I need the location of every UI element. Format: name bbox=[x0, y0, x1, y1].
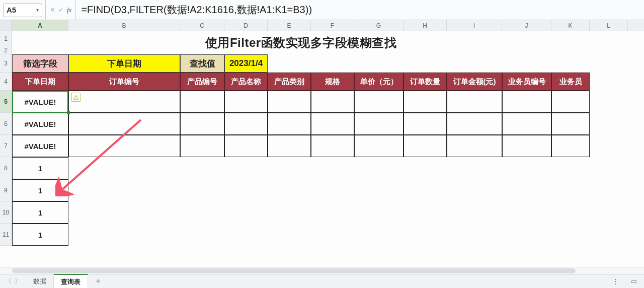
th-product-no: 产品编号 bbox=[180, 73, 224, 91]
col-header-F[interactable]: F bbox=[311, 20, 354, 31]
tab-bar-more-icon[interactable]: ⋮ bbox=[612, 277, 620, 285]
row-header-2[interactable]: 2 bbox=[0, 46, 12, 54]
th-sales-name: 业务员 bbox=[551, 73, 590, 91]
add-sheet-button[interactable]: ＋ bbox=[88, 276, 108, 286]
cell-K5[interactable] bbox=[551, 91, 590, 113]
name-box-cell-ref: A5 bbox=[7, 6, 16, 14]
th-unit-price: 单价（元） bbox=[354, 73, 404, 91]
th-sales-no: 业务员编号 bbox=[502, 73, 551, 91]
table-header-row: 下单日期 订单编号 产品编号 产品名称 产品类别 规格 单价（元） 订单数量 订… bbox=[12, 73, 590, 91]
cell-A10[interactable]: 1 bbox=[12, 201, 68, 224]
title-text: 使用Filter函数实现多字段模糊查找 bbox=[205, 35, 396, 51]
chevron-down-icon: ▾ bbox=[36, 7, 39, 13]
page-title: 使用Filter函数实现多字段模糊查找 bbox=[12, 31, 590, 54]
col-header-J[interactable]: J bbox=[502, 20, 551, 31]
table-row: 1 bbox=[12, 201, 590, 224]
cell-A7[interactable]: #VALUE! bbox=[12, 135, 68, 157]
name-box[interactable]: A5 ▾ bbox=[3, 3, 42, 17]
cell-B5[interactable] bbox=[68, 91, 180, 113]
horizontal-scrollbar[interactable] bbox=[0, 267, 644, 274]
sheet-tab-bar: 〈 〉 数据 查询表 ＋ ⋮ ▭ bbox=[0, 274, 644, 288]
row-header-10[interactable]: 10 bbox=[0, 201, 12, 224]
col-header-A[interactable]: A bbox=[12, 20, 68, 31]
table-row: 1 bbox=[12, 157, 590, 179]
row-header-3[interactable]: 3 bbox=[0, 54, 12, 73]
column-header-row: A B C D E F G H I J K L bbox=[0, 20, 644, 31]
th-category: 产品类别 bbox=[268, 73, 311, 91]
accept-formula-icon[interactable]: ✓ bbox=[58, 6, 64, 14]
cell-A6[interactable]: #VALUE! bbox=[12, 113, 68, 135]
fx-icon[interactable]: fx bbox=[67, 6, 71, 14]
sheet-tab-data[interactable]: 数据 bbox=[26, 274, 54, 288]
cell-F5[interactable] bbox=[311, 91, 354, 113]
error-warning-icon[interactable]: ⚠ bbox=[71, 93, 80, 102]
th-amount: 订单金额(元) bbox=[447, 73, 502, 91]
cell-A9[interactable]: 1 bbox=[12, 179, 68, 201]
table-row: 1 bbox=[12, 179, 590, 201]
cell-A8[interactable]: 1 bbox=[12, 157, 68, 179]
table-row: #VALUE! bbox=[12, 113, 590, 135]
row-header-col: 1 2 3 4 5 6 7 8 9 10 11 bbox=[0, 31, 12, 246]
col-header-L[interactable]: L bbox=[590, 20, 628, 31]
th-order-date: 下单日期 bbox=[12, 73, 68, 91]
sheet-tab-query[interactable]: 查询表 bbox=[54, 274, 88, 288]
cell-H5[interactable] bbox=[404, 91, 447, 113]
col-header-E[interactable]: E bbox=[268, 20, 311, 31]
table-row: 1 bbox=[12, 224, 590, 246]
th-product-name: 产品名称 bbox=[224, 73, 268, 91]
criteria-search-label: 查找值 bbox=[180, 54, 224, 73]
formula-text: =FIND(D3,FILTER(数据!A2:K1616,数据!A1:K1=B3)… bbox=[81, 3, 312, 17]
cell-E5[interactable] bbox=[268, 91, 311, 113]
col-header-K[interactable]: K bbox=[551, 20, 590, 31]
th-qty: 订单数量 bbox=[404, 73, 447, 91]
col-header-G[interactable]: G bbox=[354, 20, 404, 31]
table-row: #VALUE! bbox=[12, 135, 590, 157]
criteria-field-value[interactable]: 下单日期 bbox=[68, 54, 180, 73]
criteria-field-label: 筛选字段 bbox=[12, 54, 68, 73]
th-spec: 规格 bbox=[311, 73, 354, 91]
th-order-no: 订单编号 bbox=[68, 73, 180, 91]
select-all-corner[interactable] bbox=[0, 20, 12, 31]
cell-I5[interactable] bbox=[447, 91, 502, 113]
cell-C5[interactable] bbox=[180, 91, 224, 113]
col-header-C[interactable]: C bbox=[180, 20, 224, 31]
row-header-6[interactable]: 6 bbox=[0, 113, 12, 135]
tab-nav-next-icon[interactable]: 〉 bbox=[15, 277, 21, 286]
cell-J5[interactable] bbox=[502, 91, 551, 113]
tab-bar-settings-icon[interactable]: ▭ bbox=[631, 277, 637, 285]
row-header-8[interactable]: 8 bbox=[0, 157, 12, 179]
col-header-D[interactable]: D bbox=[224, 20, 268, 31]
row-header-4[interactable]: 4 bbox=[0, 73, 12, 91]
tab-nav-prev-icon[interactable]: 〈 bbox=[5, 277, 12, 286]
cell-A11[interactable]: 1 bbox=[12, 224, 68, 246]
cell-A5[interactable]: #VALUE! bbox=[12, 91, 68, 113]
row-header-5[interactable]: 5 bbox=[0, 91, 12, 113]
row-header-9[interactable]: 9 bbox=[0, 179, 12, 201]
col-header-B[interactable]: B bbox=[68, 20, 180, 31]
row-header-1[interactable]: 1 bbox=[0, 31, 12, 46]
scrollbar-thumb[interactable] bbox=[12, 268, 576, 273]
table-row: #VALUE! bbox=[12, 91, 590, 113]
criteria-search-value[interactable]: 2023/1/4 bbox=[224, 54, 268, 73]
col-header-H[interactable]: H bbox=[404, 20, 447, 31]
cancel-formula-icon[interactable]: ✕ bbox=[50, 6, 55, 14]
row-header-7[interactable]: 7 bbox=[0, 135, 12, 157]
cell-G5[interactable] bbox=[354, 91, 404, 113]
cell-D5[interactable] bbox=[224, 91, 268, 113]
col-header-I[interactable]: I bbox=[447, 20, 502, 31]
formula-bar-input[interactable]: =FIND(D3,FILTER(数据!A2:K1616,数据!A1:K1=B3)… bbox=[76, 0, 644, 20]
row-header-11[interactable]: 11 bbox=[0, 224, 12, 246]
